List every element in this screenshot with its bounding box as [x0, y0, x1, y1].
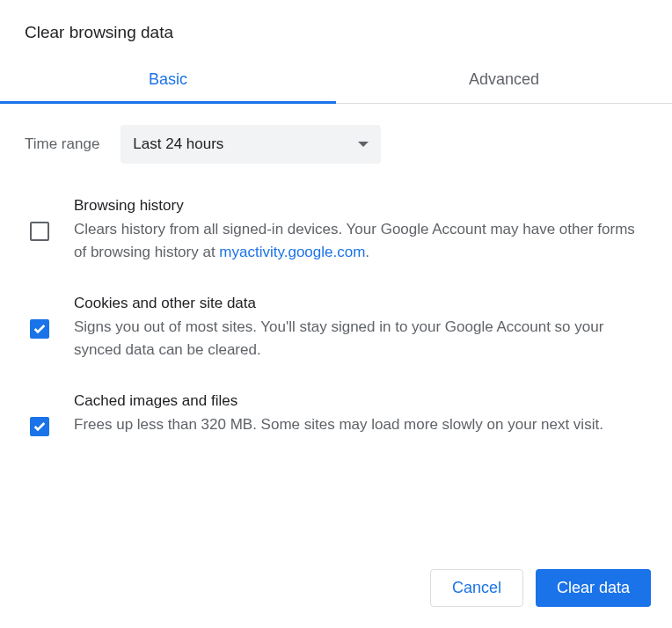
- dropdown-caret-icon: [358, 142, 369, 147]
- option-desc: Signs you out of most sites. You'll stay…: [74, 316, 647, 361]
- checkbox-browsing-history[interactable]: [30, 222, 49, 241]
- dialog-title: Clear browsing data: [0, 0, 672, 58]
- option-text: Browsing history Clears history from all…: [74, 197, 647, 263]
- dialog-content: Time range Last 24 hours Browsing histor…: [0, 104, 672, 551]
- cancel-button[interactable]: Cancel: [430, 569, 523, 607]
- time-range-value: Last 24 hours: [133, 135, 223, 153]
- option-desc-post: .: [365, 244, 369, 260]
- checkbox-cookies[interactable]: [30, 319, 49, 339]
- tab-advanced[interactable]: Advanced: [336, 58, 672, 103]
- time-range-label: Time range: [25, 135, 99, 153]
- tabs: Basic Advanced: [0, 58, 672, 104]
- option-title: Browsing history: [74, 197, 647, 215]
- checkmark-icon: [33, 420, 47, 434]
- option-desc: Frees up less than 320 MB. Some sites ma…: [74, 413, 647, 436]
- checkmark-icon: [33, 322, 47, 336]
- option-cache: Cached images and files Frees up less th…: [25, 392, 647, 436]
- dialog-footer: Cancel Clear data: [0, 551, 672, 628]
- time-range-dropdown[interactable]: Last 24 hours: [121, 125, 381, 164]
- option-text: Cookies and other site data Signs you ou…: [74, 295, 647, 361]
- option-title: Cached images and files: [74, 392, 647, 410]
- option-title: Cookies and other site data: [74, 295, 647, 312]
- option-browsing-history: Browsing history Clears history from all…: [25, 197, 647, 263]
- time-range-row: Time range Last 24 hours: [25, 125, 647, 164]
- checkbox-cache[interactable]: [30, 417, 49, 436]
- option-cookies: Cookies and other site data Signs you ou…: [25, 295, 647, 361]
- option-text: Cached images and files Frees up less th…: [74, 392, 647, 436]
- clear-browsing-data-dialog: Clear browsing data Basic Advanced Time …: [0, 0, 672, 628]
- clear-data-button[interactable]: Clear data: [536, 569, 651, 607]
- myactivity-link[interactable]: myactivity.google.com: [219, 244, 365, 260]
- tab-basic[interactable]: Basic: [0, 58, 336, 103]
- tab-basic-label: Basic: [149, 70, 187, 88]
- option-desc: Clears history from all signed-in device…: [74, 218, 647, 263]
- tab-advanced-label: Advanced: [469, 70, 539, 88]
